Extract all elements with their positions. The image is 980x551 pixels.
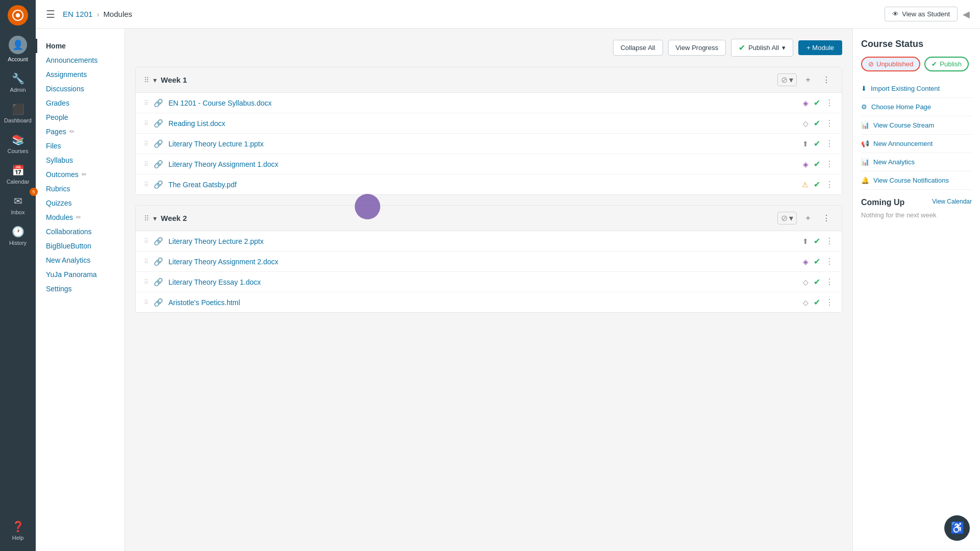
sidebar-item-people[interactable]: People	[36, 110, 125, 124]
publish-button[interactable]: ✔ Publish	[924, 57, 969, 71]
item-aristotle-drag[interactable]: ⠿	[144, 299, 149, 306]
module-week1-menu-btn[interactable]: ⋮	[819, 74, 834, 86]
sidebar-item-modules[interactable]: Modules ✏	[36, 210, 125, 224]
sidebar-item-admin[interactable]: 🔧 Admin	[0, 67, 36, 98]
item-reading-badge: ◇	[803, 119, 808, 128]
sidebar-item-assignments[interactable]: Assignments	[36, 67, 125, 82]
no-entry-icon-2: ⊘	[781, 213, 788, 223]
item-lecture1-drag[interactable]: ⠿	[144, 140, 149, 147]
item-assignment1-name[interactable]: Literary Theory Assignment 1.docx	[168, 160, 796, 168]
sidebar-item-pages[interactable]: Pages ✏	[36, 124, 125, 139]
sidebar-item-files[interactable]: Files	[36, 139, 125, 153]
nav-label-calendar: Calendar	[7, 179, 30, 185]
collapse-nav-button[interactable]: ◀	[963, 9, 970, 20]
sidebar-item-bigbluebutton[interactable]: BigBlueButton	[36, 239, 125, 253]
module-week2-collapse[interactable]: ▾	[153, 214, 157, 222]
module-week1-collapse[interactable]: ▾	[153, 76, 157, 84]
sidebar-item-home[interactable]: Home	[36, 39, 125, 53]
sidebar-item-yuja[interactable]: YuJa Panorama	[36, 267, 125, 282]
item-assignment2-menu[interactable]: ⋮	[825, 257, 834, 266]
item-essay1-name[interactable]: Literary Theory Essay 1.docx	[168, 278, 796, 286]
item-lecture2-menu[interactable]: ⋮	[825, 236, 834, 246]
item-assignment2-badge: ◈	[803, 258, 808, 266]
item-essay1-drag[interactable]: ⠿	[144, 279, 149, 286]
item-assignment1-drag[interactable]: ⠿	[144, 161, 149, 168]
item-lecture2-drag[interactable]: ⠿	[144, 238, 149, 245]
panel-link-notifications[interactable]: 🔔 View Course Notifications	[861, 171, 972, 190]
item-lecture1-name[interactable]: Literary Theory Lecture 1.pptx	[168, 140, 795, 148]
module-week1-add-item-btn[interactable]: ＋	[801, 73, 815, 86]
item-syllabus-drag[interactable]: ⠿	[144, 99, 149, 107]
sidebar-item-account[interactable]: 👤 Account	[0, 31, 36, 67]
sidebar-item-quizzes[interactable]: Quizzes	[36, 196, 125, 210]
module-week1-unpublish-btn[interactable]: ⊘ ▾	[777, 73, 797, 86]
item-reading-drag[interactable]: ⠿	[144, 120, 149, 127]
import-icon: ⬇	[861, 85, 867, 92]
panel-link-import[interactable]: ⬇ Import Existing Content	[861, 80, 972, 98]
top-bar-left: ☰ EN 1201 › Modules	[46, 8, 132, 20]
pages-edit-icon: ✏	[69, 128, 75, 135]
publish-all-button[interactable]: ✔ Publish All ▾	[731, 39, 793, 57]
sidebar-item-history[interactable]: 🕐 History	[0, 220, 36, 251]
settings-label: Settings	[46, 285, 72, 293]
item-syllabus-menu[interactable]: ⋮	[825, 98, 834, 108]
sidebar-item-courses[interactable]: 📚 Courses	[0, 129, 36, 159]
sidebar-item-help[interactable]: ❓ Help	[0, 515, 36, 546]
module-week2: ⠿ ▾ Week 2 ⊘ ▾ ＋ ⋮ ⠿	[135, 205, 842, 313]
item-assignment2-drag[interactable]: ⠿	[144, 258, 149, 265]
sidebar-item-syllabus[interactable]: Syllabus	[36, 153, 125, 167]
sidebar-item-rubrics[interactable]: Rubrics	[36, 182, 125, 196]
item-assignment2-status: ✔	[814, 257, 820, 266]
accessibility-button[interactable]: ♿	[944, 515, 970, 541]
module-content: Collapse All View Progress ✔ Publish All…	[125, 29, 852, 551]
publish-check-icon: ✔	[932, 60, 937, 68]
module-week2-header: ⠿ ▾ Week 2 ⊘ ▾ ＋ ⋮	[136, 206, 842, 231]
panel-link-choose-home[interactable]: ⚙ Choose Home Page	[861, 98, 972, 116]
sidebar-item-collaborations[interactable]: Collaborations	[36, 224, 125, 239]
item-aristotle-menu[interactable]: ⋮	[825, 297, 834, 307]
item-syllabus-status: ✔	[814, 98, 820, 108]
item-gatsby-drag[interactable]: ⠿	[144, 181, 149, 188]
module-week1-drag-handle[interactable]: ⠿	[144, 76, 149, 84]
view-calendar-link[interactable]: View Calendar	[932, 198, 972, 205]
sidebar-item-new-analytics[interactable]: New Analytics	[36, 253, 125, 267]
hamburger-menu[interactable]: ☰	[46, 8, 55, 20]
module-week2-add-item-btn[interactable]: ＋	[801, 212, 815, 224]
item-lecture1-menu[interactable]: ⋮	[825, 139, 834, 148]
sidebar-item-inbox[interactable]: ✉ 5 Inbox	[0, 190, 36, 220]
module-week2-unpublish-btn[interactable]: ⊘ ▾	[777, 212, 797, 224]
sidebar-item-announcements[interactable]: Announcements	[36, 53, 125, 67]
item-syllabus-name[interactable]: EN 1201 - Course Syllabus.docx	[168, 99, 796, 107]
panel-link-view-stream[interactable]: 📊 View Course Stream	[861, 116, 972, 135]
module-week2-drag-handle[interactable]: ⠿	[144, 214, 149, 222]
sidebar-item-discussions[interactable]: Discussions	[36, 82, 125, 96]
item-reading-menu[interactable]: ⋮	[825, 118, 834, 128]
unpublish-button[interactable]: ⊘ Unpublished	[861, 57, 920, 71]
collapse-all-button[interactable]: Collapse All	[613, 40, 663, 56]
item-assignment2-name[interactable]: Literary Theory Assignment 2.docx	[168, 258, 796, 266]
item-lecture2-name[interactable]: Literary Theory Lecture 2.pptx	[168, 237, 795, 245]
view-as-student-button[interactable]: 👁 View as Student	[885, 7, 958, 21]
sidebar-item-settings[interactable]: Settings	[36, 282, 125, 296]
item-gatsby-menu[interactable]: ⋮	[825, 180, 834, 189]
item-aristotle-name[interactable]: Aristotle's Poetics.html	[168, 298, 796, 307]
discussions-label: Discussions	[46, 85, 84, 93]
module-item-lecture1: ⠿ 🔗 Literary Theory Lecture 1.pptx ⬆ ✔ ⋮	[136, 134, 842, 154]
sidebar-item-calendar[interactable]: 📅 Calendar	[0, 159, 36, 190]
item-lecture1-link-icon: 🔗	[154, 139, 163, 148]
item-gatsby-name[interactable]: The Great Gatsby.pdf	[168, 181, 795, 189]
panel-link-new-announcement[interactable]: 📢 New Announcement	[861, 135, 972, 153]
view-progress-button[interactable]: View Progress	[668, 40, 726, 56]
admin-icon: 🔧	[12, 72, 24, 85]
sidebar-item-dashboard[interactable]: ⬛ Dashboard	[0, 98, 36, 129]
item-assignment1-menu[interactable]: ⋮	[825, 159, 834, 169]
breadcrumb-course[interactable]: EN 1201	[63, 10, 92, 18]
module-week2-menu-btn[interactable]: ⋮	[819, 212, 834, 224]
add-module-button[interactable]: + Module	[798, 40, 842, 55]
item-essay1-menu[interactable]: ⋮	[825, 277, 834, 287]
panel-link-new-analytics[interactable]: 📊 New Analytics	[861, 153, 972, 171]
module-week1-header: ⠿ ▾ Week 1 ⊘ ▾ ＋ ⋮	[136, 67, 842, 93]
sidebar-item-outcomes[interactable]: Outcomes ✏	[36, 167, 125, 182]
sidebar-item-grades[interactable]: Grades	[36, 96, 125, 110]
item-reading-name[interactable]: Reading List.docx	[168, 119, 796, 128]
